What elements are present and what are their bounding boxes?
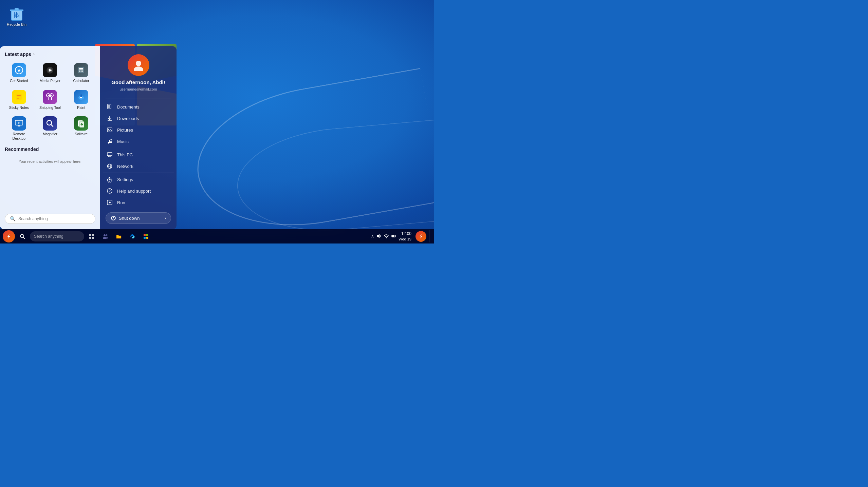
latest-apps-header[interactable]: Latest apps › xyxy=(5,52,95,57)
svg-rect-80 xyxy=(144,234,146,236)
menu-item-help[interactable]: ? Help and support xyxy=(103,185,174,197)
svg-rect-19 xyxy=(17,97,21,97)
taskbar-start-button[interactable] xyxy=(3,230,15,242)
menu-divider-2 xyxy=(103,148,174,148)
volume-icon[interactable] xyxy=(376,233,382,240)
svg-point-42 xyxy=(134,66,143,71)
taskbar-search-button[interactable] xyxy=(16,230,29,242)
tray-chevron-icon[interactable]: ∧ xyxy=(371,234,374,239)
svg-text:⊳: ⊳ xyxy=(18,121,20,124)
sticky-notes-icon xyxy=(12,90,26,104)
svg-text:♻: ♻ xyxy=(14,12,19,19)
taskbar-files-button[interactable] xyxy=(113,230,125,242)
media-player-icon xyxy=(43,63,57,77)
app-item-solitaire[interactable]: ♦ ♣ Solitaire xyxy=(67,114,95,142)
svg-point-50 xyxy=(108,142,110,144)
run-label: Run xyxy=(117,200,125,205)
remote-desktop-label: Remote Desktop xyxy=(6,132,32,140)
svg-rect-2 xyxy=(15,8,19,10)
taskbar-time: 12:00 xyxy=(401,231,411,237)
svg-rect-75 xyxy=(92,237,94,239)
taskbar-edge-button[interactable] xyxy=(126,230,138,242)
svg-text:♣: ♣ xyxy=(80,122,83,126)
solitaire-label: Solitaire xyxy=(75,132,88,136)
menu-item-network[interactable]: Network xyxy=(103,160,174,172)
app-item-snipping-tool[interactable]: Snipping Tool xyxy=(36,88,64,112)
menu-item-pictures[interactable]: Pictures xyxy=(103,124,174,136)
taskbar-start-orb[interactable] xyxy=(415,231,426,242)
documents-icon xyxy=(106,103,113,110)
snipping-tool-label: Snipping Tool xyxy=(39,105,61,110)
taskbar-right-area: ∧ 12:00 Wed 19 xyxy=(371,230,431,242)
shutdown-label: Shut down xyxy=(119,216,140,221)
svg-text:★: ★ xyxy=(17,67,21,73)
snipping-tool-icon xyxy=(43,90,57,104)
downloads-label: Downloads xyxy=(117,116,139,121)
menu-item-documents[interactable]: Documents xyxy=(103,101,174,113)
svg-rect-15 xyxy=(81,71,82,72)
start-menu-left-panel: Latest apps › ★ Get Started xyxy=(0,46,100,229)
taskbar-show-desktop-button[interactable] xyxy=(429,230,431,242)
taskbar-search-bar[interactable]: Search anything xyxy=(30,231,84,241)
svg-marker-84 xyxy=(377,234,380,238)
help-icon: ? xyxy=(106,188,113,194)
svg-rect-83 xyxy=(146,237,148,239)
svg-point-51 xyxy=(110,141,112,143)
app-item-remote-desktop[interactable]: ⊳ Remote Desktop xyxy=(5,114,33,142)
menu-item-run[interactable]: Run xyxy=(103,197,174,208)
start-menu-right-panel: Good afternoon, Abdi! username@email.com… xyxy=(100,46,177,229)
menu-item-settings[interactable]: Settings xyxy=(103,174,174,185)
taskbar: Search anything ∧ 12:00 Wed 1 xyxy=(0,229,434,244)
apps-grid: ★ Get Started Media Player xyxy=(5,61,95,142)
menu-divider xyxy=(106,98,171,98)
svg-rect-81 xyxy=(146,234,148,236)
taskbar-date: Wed 19 xyxy=(399,237,411,241)
recycle-bin-graphic: ♻ xyxy=(10,7,23,22)
app-item-sticky-notes[interactable]: Sticky Notes xyxy=(5,88,33,112)
paint-label: Paint xyxy=(77,105,85,110)
svg-rect-88 xyxy=(395,236,396,236)
paint-icon xyxy=(74,90,88,104)
app-item-calculator[interactable]: Calculator xyxy=(67,61,95,85)
menu-divider-3 xyxy=(103,173,174,173)
wifi-icon[interactable] xyxy=(384,233,389,240)
shutdown-button[interactable]: Shut down › xyxy=(106,212,171,224)
sticky-notes-label: Sticky Notes xyxy=(9,105,29,110)
pictures-icon xyxy=(106,126,113,133)
svg-point-49 xyxy=(108,129,109,130)
music-icon xyxy=(106,138,113,145)
svg-point-62 xyxy=(109,179,111,180)
app-item-magnifier[interactable]: Magnifier xyxy=(36,114,64,142)
svg-rect-18 xyxy=(17,95,21,96)
app-item-media-player[interactable]: Media Player xyxy=(36,61,64,85)
start-menu: Latest apps › ★ Get Started xyxy=(0,46,177,229)
svg-rect-13 xyxy=(79,68,83,70)
svg-rect-73 xyxy=(92,234,94,236)
menu-item-music[interactable]: Music xyxy=(103,136,174,147)
svg-rect-48 xyxy=(107,128,112,132)
svg-rect-82 xyxy=(144,237,146,239)
menu-item-this-pc[interactable]: This PC xyxy=(103,149,174,160)
svg-rect-87 xyxy=(392,235,394,237)
app-item-get-started[interactable]: ★ Get Started xyxy=(5,61,33,85)
start-search-bar[interactable]: 🔍 xyxy=(5,214,95,224)
settings-icon xyxy=(106,176,113,183)
app-item-paint[interactable]: Paint xyxy=(67,88,95,112)
media-player-label: Media Player xyxy=(40,79,60,83)
menu-item-downloads[interactable]: Downloads xyxy=(103,113,174,124)
user-greeting: Good afternoon, Abdi! xyxy=(111,79,165,85)
svg-point-41 xyxy=(136,61,141,66)
svg-marker-69 xyxy=(7,234,10,239)
svg-rect-20 xyxy=(17,98,19,99)
get-started-icon: ★ xyxy=(12,63,26,77)
search-input[interactable] xyxy=(18,216,90,221)
battery-icon[interactable] xyxy=(391,233,396,240)
taskbar-clock[interactable]: 12:00 Wed 19 xyxy=(399,231,411,241)
taskbar-store-button[interactable] xyxy=(140,230,152,242)
taskbar-task-view-button[interactable] xyxy=(86,230,98,242)
svg-marker-66 xyxy=(109,201,111,203)
remote-desktop-icon: ⊳ xyxy=(12,116,26,131)
recycle-bin-icon[interactable]: ♻ Recycle Bin xyxy=(5,5,29,28)
taskbar-teams-button[interactable] xyxy=(99,230,111,242)
power-icon xyxy=(111,215,116,221)
